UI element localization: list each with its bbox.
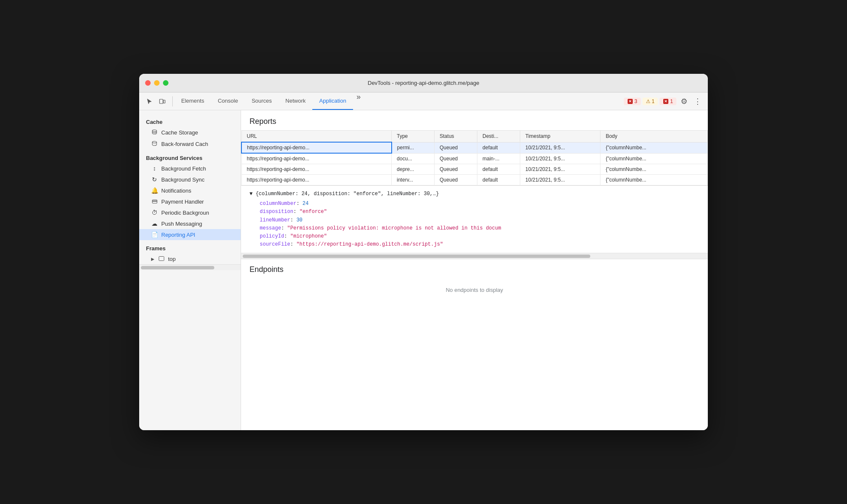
table-row[interactable]: https://reporting-api-demo...docu...Queu… [241,153,708,164]
devtools-window: DevTools - reporting-api-demo.glitch.me/… [139,74,708,430]
sidebar-scrollbar[interactable] [139,264,241,270]
toolbar-separator [172,96,173,106]
error-count2: 1 [670,98,673,104]
sidebar-item-bg-fetch[interactable]: ↕ Background Fetch [139,163,241,174]
col-header-timestamp: Timestamp [520,131,600,143]
svg-rect-10 [159,257,164,261]
sidebar-section-cache: Cache [139,114,241,127]
cell-url: https://reporting-api-demo... [241,175,392,185]
endpoints-section: Endpoints No endpoints to display [241,259,708,302]
svg-rect-1 [163,100,165,103]
cell-url: https://reporting-api-demo... [241,153,392,164]
cell-status: Queued [435,142,477,153]
cache-storage-label: Cache Storage [161,129,198,136]
error-count: 3 [634,98,637,104]
tab-console[interactable]: Console [211,92,245,110]
periodic-bg-icon: ⏱ [151,209,158,216]
json-disposition-line: disposition: "enforce" [260,208,699,216]
payment-handler-icon [151,198,158,205]
json-summary: ▼ {columnNumber: 24, disposition: "enfor… [250,190,699,198]
col-header-status: Status [435,131,477,143]
cache-storage-icon [151,129,158,136]
window-title: DevTools - reporting-api-demo.glitch.me/… [367,80,479,86]
svg-rect-0 [160,99,163,104]
more-tabs-icon[interactable]: » [353,92,364,110]
sidebar-item-top[interactable]: ▶ top [139,253,241,264]
json-source-file-line: sourceFile: "https://reporting-api-demo.… [260,241,699,249]
sidebar-item-payment-handler[interactable]: Payment Handler [139,196,241,207]
cell-dest: default [477,175,520,185]
tab-application[interactable]: Application [312,92,353,110]
endpoints-heading: Endpoints [241,259,708,278]
cell-body: {"columnNumbe... [600,153,708,164]
sidebar-item-reporting-api[interactable]: 📄 Reporting API [139,229,241,240]
json-detail: ▼ {columnNumber: 24, disposition: "enfor… [241,185,708,253]
table-row[interactable]: https://reporting-api-demo...permi...Que… [241,142,708,153]
reporting-api-label: Reporting API [161,232,195,238]
reports-heading: Reports [241,110,708,130]
bg-sync-icon: ↻ [151,176,158,183]
cell-timestamp: 10/21/2021, 9:5... [520,142,600,153]
cell-timestamp: 10/21/2021, 9:5... [520,175,600,185]
svg-text:✕: ✕ [628,99,632,104]
json-message-line: message: "Permissions policy violation: … [260,224,699,232]
more-options-button[interactable]: ⋮ [692,95,704,107]
json-source-file-val: "https://reporting-api-demo.glitch.me/sc… [296,241,443,247]
tab-network[interactable]: Network [279,92,313,110]
maximize-button[interactable] [163,80,168,86]
table-row[interactable]: https://reporting-api-demo...depre...Que… [241,164,708,175]
frame-icon [158,255,165,262]
json-message-val: "Permissions policy violation: microphon… [287,225,501,231]
cursor-icon[interactable] [143,95,155,107]
tab-sources[interactable]: Sources [245,92,279,110]
json-disposition-val: "enforce" [300,209,327,215]
col-header-url: URL [241,131,392,143]
notifications-label: Notifications [161,188,191,194]
cell-status: Queued [435,175,477,185]
cell-body: {"columnNumbe... [600,164,708,175]
cell-dest: main-... [477,153,520,164]
sidebar-item-notifications[interactable]: 🔔 Notifications [139,185,241,196]
warning-icon: ⚠ [646,98,651,104]
device-toggle-icon[interactable] [156,95,168,107]
toolbar-right: ✕ 3 ⚠ 1 ✕ 1 ⚙ ⋮ [624,95,706,107]
toolbar-icons [141,95,171,107]
sidebar-item-back-forward[interactable]: Back-forward Cach [139,138,241,150]
col-header-body: Body [600,131,708,143]
json-line-number-val: 30 [296,217,302,223]
cell-status: Queued [435,153,477,164]
sidebar-item-push-messaging[interactable]: ☁ Push Messaging [139,218,241,229]
error-badge2[interactable]: ✕ 1 [659,98,676,105]
cell-type: permi... [392,142,435,153]
json-line-number-line: lineNumber: 30 [260,216,699,224]
cell-dest: default [477,164,520,175]
main-area: Cache Cache Storage [139,110,708,430]
traffic-lights [145,80,168,86]
settings-button[interactable]: ⚙ [678,95,690,107]
top-frame-label: top [168,256,176,262]
tab-elements[interactable]: Elements [174,92,211,110]
push-messaging-icon: ☁ [151,220,158,227]
minimize-button[interactable] [154,80,160,86]
json-disposition-key: disposition [260,209,293,215]
json-policy-id-val: "microphone" [290,233,327,239]
sidebar: Cache Cache Storage [139,110,241,430]
close-button[interactable] [145,80,151,86]
sidebar-item-bg-sync[interactable]: ↻ Background Sync [139,174,241,185]
content-scrollbar[interactable] [241,253,708,259]
json-fields: columnNumber: 24 disposition: "enforce" … [250,200,699,249]
main-tabs: Elements Console Sources Network Applica… [174,92,624,110]
json-column-number-val: 24 [303,201,309,207]
error-badge[interactable]: ✕ 3 [624,98,641,105]
reporting-api-icon: 📄 [151,231,158,238]
back-forward-label: Back-forward Cach [161,141,208,147]
warning-badge[interactable]: ⚠ 1 [642,98,658,105]
svg-point-7 [152,141,157,143]
sidebar-item-cache-storage[interactable]: Cache Storage [139,127,241,138]
warning-count: 1 [652,98,655,104]
svg-rect-9 [152,201,157,202]
json-column-number-key: columnNumber [260,201,296,207]
table-row[interactable]: https://reporting-api-demo...interv...Qu… [241,175,708,185]
sidebar-item-periodic-bg[interactable]: ⏱ Periodic Backgroun [139,207,241,218]
error-icon2: ✕ [663,98,669,104]
